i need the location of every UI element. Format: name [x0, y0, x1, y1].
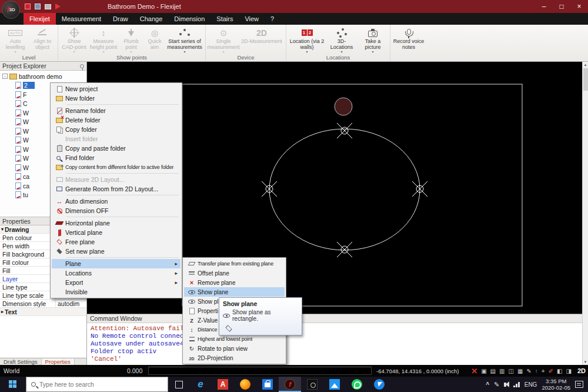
scroll-up-icon[interactable]: ▲ — [584, 62, 587, 68]
search-input[interactable] — [39, 381, 163, 388]
start-series-of-measurements-button[interactable]: Start series of measurements ▾ — [166, 26, 203, 54]
measure-height-point-button[interactable]: ↕ Measure height point ▾ — [88, 26, 119, 54]
submenu-item-remove-plane[interactable]: Remove plane — [184, 278, 285, 287]
taskbar-app-whatsapp[interactable] — [346, 377, 368, 392]
menu-item-copy-content[interactable]: Copy content from different folder to ac… — [52, 162, 181, 172]
network-icon[interactable] — [513, 382, 520, 387]
menu-item-copy-and-paste-folder[interactable]: Copy and paste folder — [52, 144, 181, 153]
menu-item-copy-folder[interactable]: Copy folder — [52, 125, 181, 134]
menu-item-invisible[interactable]: Invisible — [52, 287, 181, 297]
taskbar-app-photos[interactable] — [323, 377, 346, 392]
coordinate-system-label[interactable]: World — [4, 367, 19, 374]
view-mode-badge[interactable]: 2D — [577, 367, 586, 374]
menu-item-free-plane[interactable]: Free plane — [52, 237, 181, 247]
speaker-icon[interactable] — [504, 383, 506, 387]
tab-measurement[interactable]: Measurement — [56, 13, 107, 25]
tab-properties[interactable]: Properties — [42, 358, 75, 365]
tab-view[interactable]: View — [239, 13, 265, 25]
taskbar-app-messenger[interactable] — [368, 377, 390, 392]
menu-item-vertical-plane[interactable]: Vertical plane — [52, 228, 181, 237]
cancel-icon[interactable]: ✕ — [471, 367, 477, 376]
submenu-item-transfer-plane[interactable]: Transfer plane from existing plane — [184, 259, 285, 268]
clock[interactable]: 3:35 PM 2020-02-05 — [542, 378, 570, 391]
taskbar-app-a[interactable]: A — [212, 377, 234, 392]
scroll-down-icon[interactable]: ▼ — [584, 359, 587, 365]
command-window-log[interactable]: Attention: Autosave failed. P No Remote … — [87, 323, 582, 365]
draw-pen-icon[interactable]: ✐ — [549, 368, 553, 374]
print-icon[interactable] — [45, 4, 51, 9]
menu-item-rename-folder[interactable]: Rename folder — [52, 106, 181, 115]
taskbar-app-edge[interactable]: e — [189, 377, 212, 392]
menu-item-plane[interactable]: Plane — [52, 259, 181, 268]
canvas-scrollbar[interactable]: ▲ ▼ — [582, 62, 588, 365]
arrow-up-icon[interactable]: ↑ — [535, 368, 538, 374]
command-window-header[interactable]: Command Window — [87, 314, 582, 323]
taskbar-app-store[interactable] — [256, 377, 279, 392]
maximize-button[interactable]: □ — [553, 0, 570, 13]
tab-dimension[interactable]: Dimension — [168, 13, 211, 25]
menu-item-find-folder[interactable]: Find folder — [52, 153, 181, 162]
show-cad-point-button[interactable]: Show CAD-point ▾ — [60, 26, 88, 54]
menu-item-new-project[interactable]: New project — [52, 84, 181, 94]
submenu-item-rotate-plan-view[interactable]: Rotate to plan view — [184, 344, 285, 353]
split-left-icon[interactable]: ◧ — [557, 368, 562, 374]
record-voice-notes-button[interactable]: Record voice notes — [392, 26, 425, 54]
menu-item-locations[interactable]: Locations — [52, 268, 181, 278]
grid-icon[interactable]: ▦ — [517, 368, 523, 374]
quick-aim-button[interactable]: ◎ Quick aim — [143, 26, 166, 54]
menu-item-generate-room[interactable]: Generate Room from 2D Layout... — [52, 184, 181, 194]
scrollbar-thumb[interactable] — [583, 68, 588, 91]
3d-locations-button[interactable]: 3D-Locations ▾ — [326, 26, 358, 54]
minimize-button[interactable]: – — [535, 0, 553, 13]
property-row[interactable]: Dimension styleautodim — [0, 300, 86, 308]
tree-root[interactable]: - bathroom demo — [0, 72, 86, 81]
plus-icon[interactable]: + — [542, 368, 545, 374]
single-measurement-button[interactable]: ⊙ Single measurement ▾ — [208, 26, 239, 54]
tab-draft-settings[interactable]: Draft Settings — [0, 358, 42, 365]
submenu-item-highest-lowest[interactable]: Highest and lowest point — [184, 334, 285, 344]
tab-help[interactable]: ? — [265, 13, 280, 25]
display-icon[interactable]: ▣ — [481, 368, 486, 374]
menu-item-delete-folder[interactable]: Delete folder — [52, 115, 181, 125]
language-indicator[interactable]: ENG — [524, 381, 537, 388]
menu-item-export[interactable]: Export — [52, 278, 181, 287]
taskbar-app-camera[interactable] — [301, 377, 323, 392]
collapse-icon[interactable]: - — [2, 74, 8, 79]
submenu-item-offset-plane[interactable]: Offset plane — [184, 268, 285, 278]
task-view-button[interactable] — [168, 381, 189, 388]
close-button[interactable]: × — [570, 0, 588, 13]
pen-icon[interactable]: ✎ — [526, 368, 531, 374]
property-value[interactable]: autodim — [55, 300, 86, 307]
align-to-object-button[interactable]: Align to object — [29, 26, 56, 54]
menu-item-auto-dimension[interactable]: Auto dimension — [52, 197, 181, 206]
submenu-item-2d-projection[interactable]: 2D-Projection — [184, 353, 285, 363]
pin-icon[interactable] — [80, 64, 84, 68]
taskbar-app-firefox[interactable] — [234, 377, 256, 392]
take-a-picture-button[interactable]: Take a picture ▾ — [358, 26, 388, 54]
menu-item-set-new-plane[interactable]: Set new plane — [52, 247, 181, 256]
submenu-item-show-plane[interactable]: Show plane — [184, 287, 285, 297]
pen-icon[interactable]: ✎ — [494, 381, 499, 388]
2d-measurement-button[interactable]: 2D 2D-Measurement — [239, 26, 284, 54]
tab-flexijet[interactable]: Flexijet — [24, 13, 56, 25]
save-icon[interactable] — [35, 4, 41, 9]
menu-item-dimension-off[interactable]: Dimension OFF — [52, 206, 181, 215]
panel-icon[interactable]: ▥ — [499, 368, 505, 374]
tab-change[interactable]: Change — [134, 13, 169, 25]
menu-item-horizontal-plane[interactable]: Horizontal plane — [52, 218, 181, 228]
tray-chevron-icon[interactable]: ^ — [486, 381, 489, 388]
window-icon[interactable]: ▤ — [490, 368, 496, 374]
flag-icon[interactable] — [55, 4, 61, 9]
columns-icon[interactable]: ◫ — [509, 368, 514, 374]
taskbar-app-flexijet[interactable]: f — [279, 377, 301, 392]
properties-group-text[interactable]: ▸Text — [0, 308, 86, 316]
tab-draw[interactable]: Draw — [107, 13, 134, 25]
split-right-icon[interactable]: ◨ — [566, 368, 571, 374]
start-button[interactable] — [0, 377, 26, 392]
taskbar-search[interactable] — [26, 377, 168, 392]
new-document-icon[interactable] — [25, 4, 31, 9]
location-via-2-walls-button[interactable]: 12 Location (via 2 walls) ▾ — [288, 26, 326, 54]
action-center-icon[interactable] — [575, 381, 583, 388]
menu-item-new-folder[interactable]: New folder — [52, 94, 181, 103]
command-input[interactable] — [148, 367, 372, 375]
